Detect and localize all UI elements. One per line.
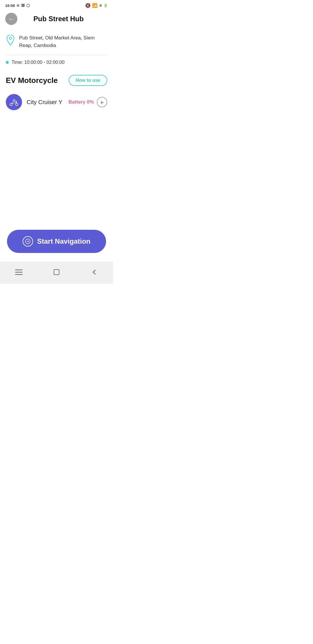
time-display: 10:09 <box>5 3 15 8</box>
svg-rect-6 <box>15 274 23 275</box>
status-bar: 10:09 ⊖ 🖼 ⬡ 🔇 📶 ⊘ 🔋 <box>0 0 113 10</box>
battery-icon: 🔋 <box>103 3 108 8</box>
back-icon <box>91 269 97 275</box>
nav-home-button[interactable] <box>50 266 63 278</box>
time-label: Time: 10:00:00 - 02:00:00 <box>12 60 65 65</box>
page-title: Pub Street Hub <box>21 15 96 23</box>
play-icon: ▶ <box>101 100 104 104</box>
nav-menu-button[interactable] <box>12 266 25 278</box>
start-navigation-button[interactable]: Start Navigation <box>7 230 106 253</box>
svg-rect-7 <box>54 269 59 275</box>
no-sim-icon: ⊘ <box>99 3 102 8</box>
navigation-icon <box>23 236 33 247</box>
time-section: Time: 10:00:00 - 02:00:00 <box>0 55 113 70</box>
home-icon <box>53 269 60 276</box>
svg-point-2 <box>16 103 18 106</box>
svg-point-1 <box>10 103 12 106</box>
mute-icon: 🔇 <box>85 3 91 8</box>
bottom-nav <box>0 262 113 284</box>
back-button[interactable]: ← <box>5 13 17 25</box>
svg-rect-4 <box>15 269 23 270</box>
svg-rect-5 <box>15 272 23 273</box>
image-icon: 🖼 <box>21 3 25 8</box>
svg-point-0 <box>9 37 12 39</box>
status-right: 🔇 📶 ⊘ 🔋 <box>85 3 108 8</box>
location-pin-icon <box>6 35 15 47</box>
back-arrow-icon: ← <box>8 16 14 22</box>
content-spacer <box>0 114 113 224</box>
battery-status: Battery 0% <box>68 99 94 105</box>
vehicle-item: City Cruiser Y Battery 0% ▶ <box>0 91 113 114</box>
location-address: Pub Street, Old Market Area, Siem Reap, … <box>19 34 107 49</box>
ev-section-header: EV Motorcycle How to use <box>0 70 113 91</box>
nav-back-button[interactable] <box>88 266 101 278</box>
play-button[interactable]: ▶ <box>97 97 107 107</box>
nav-btn-container: Start Navigation <box>0 224 113 262</box>
time-dot-icon <box>6 61 9 64</box>
header: ← Pub Street Hub <box>0 10 113 30</box>
status-left: 10:09 ⊖ 🖼 ⬡ <box>5 3 30 8</box>
location-section: Pub Street, Old Market Area, Siem Reap, … <box>0 30 113 55</box>
vehicle-right: Battery 0% ▶ <box>68 97 107 107</box>
vehicle-icon-wrap <box>6 94 22 110</box>
vehicle-name: City Cruiser Y <box>27 99 64 106</box>
menu-icon <box>15 269 23 275</box>
wifi-icon: 📶 <box>92 3 98 8</box>
ev-section-title: EV Motorcycle <box>6 76 58 85</box>
start-navigation-label: Start Navigation <box>37 237 90 245</box>
scan-icon: ⬡ <box>26 3 30 8</box>
scooter-icon <box>9 97 19 107</box>
minus-circle-icon: ⊖ <box>17 3 19 8</box>
how-to-use-button[interactable]: How to use <box>69 75 107 86</box>
